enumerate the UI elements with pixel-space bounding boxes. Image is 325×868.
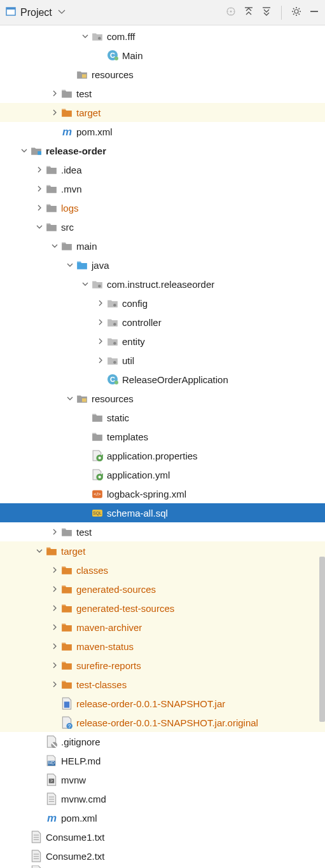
svg-point-40: [99, 476, 101, 478]
scrollbar-thumb[interactable]: [319, 557, 325, 722]
svg-text:</>: </>: [93, 491, 101, 497]
tree-item[interactable]: resources: [0, 65, 325, 84]
scrollbar[interactable]: [319, 557, 325, 760]
project-view-icon[interactable]: [5, 6, 17, 19]
tree-item[interactable]: java: [0, 255, 325, 275]
chevron-right-icon[interactable]: [50, 679, 60, 689]
tree-item[interactable]: release-order: [0, 141, 325, 160]
tree-item-label: classes: [76, 565, 108, 576]
folder-orange-icon: [61, 583, 73, 595]
chevron-down-icon[interactable]: [65, 393, 75, 403]
tree-item[interactable]: maven-archiver: [0, 618, 325, 637]
pkg-icon: [107, 297, 118, 309]
tree-item[interactable]: main: [0, 236, 325, 255]
tree-item-label: application.yml: [107, 470, 170, 480]
chevron-right-icon[interactable]: [50, 584, 60, 594]
tree-item[interactable]: test: [0, 84, 325, 103]
tree-item[interactable]: CMain: [0, 46, 325, 65]
chevron-right-icon[interactable]: [50, 641, 60, 651]
tree-item[interactable]: CReleaseOrderApplication: [0, 370, 325, 389]
folder-gray-icon: [46, 183, 57, 194]
tree-item[interactable]: entity: [0, 332, 325, 351]
chevron-right-icon[interactable]: [50, 527, 60, 537]
chevron-right-icon[interactable]: [34, 165, 45, 175]
tree-item[interactable]: .idea: [0, 160, 325, 179]
tree-item-label: Consume2.txt: [46, 851, 105, 862]
chevron-down-icon[interactable]: [80, 31, 90, 41]
chevron-down-icon[interactable]: [34, 222, 45, 232]
tree-item-label: pom.xml: [61, 813, 97, 824]
tree-item[interactable]: generated-sources: [0, 580, 325, 599]
tree-item[interactable]: .mvn: [0, 179, 325, 198]
tree-item[interactable]: com.instruct.releaseorder: [0, 275, 325, 294]
tree-item[interactable]: application.yml: [0, 465, 325, 484]
tree-item[interactable]: controller: [0, 313, 325, 332]
chevron-down-icon[interactable]: [50, 241, 60, 251]
tree-item[interactable]: Consume1.txt: [0, 827, 325, 846]
tree-item[interactable]: target: [0, 541, 325, 560]
class-icon: C: [107, 374, 118, 385]
tree-item[interactable]: mpom.xml: [0, 122, 325, 141]
chevron-right-icon[interactable]: [50, 565, 60, 575]
svg-point-10: [294, 10, 298, 13]
chevron-right-icon[interactable]: [95, 355, 106, 365]
chevron-right-icon[interactable]: [50, 660, 60, 670]
collapse-all-icon[interactable]: [261, 6, 272, 19]
chevron-right-icon[interactable]: [95, 298, 106, 308]
svg-point-27: [98, 285, 101, 288]
chevron-right-icon[interactable]: [50, 603, 60, 613]
tree-item[interactable]: generated-test-sources: [0, 599, 325, 618]
chevron-right-icon[interactable]: [50, 622, 60, 632]
tree-item[interactable]: resources: [0, 389, 325, 408]
tree-item[interactable]: test-classes: [0, 675, 325, 694]
tree-item[interactable]: maven-status: [0, 637, 325, 656]
svg-line-17: [293, 14, 294, 15]
expand-all-icon[interactable]: [243, 6, 254, 19]
project-tree[interactable]: com.fffCMainresourcestesttargetmpom.xmlr…: [0, 25, 325, 868]
tree-item[interactable]: surefire-reports: [0, 656, 325, 675]
tree-item[interactable]: release-order-0.0.1-SNAPSHOT.jar: [0, 694, 325, 713]
tree-item[interactable]: mpom.xml: [0, 808, 325, 827]
tree-item[interactable]: SQLschema-all.sql: [0, 503, 325, 522]
svg-point-37: [99, 457, 101, 459]
tree-item[interactable]: mvnw.cmd: [0, 789, 325, 808]
chevron-down-icon[interactable]: [80, 279, 90, 289]
tree-item[interactable]: util: [0, 351, 325, 370]
chevron-right-icon[interactable]: [50, 107, 60, 118]
gear-icon[interactable]: [291, 6, 302, 19]
chevron-right-icon[interactable]: [34, 184, 45, 194]
tree-item-label: mvnw.cmd: [61, 794, 106, 804]
tree-item[interactable]: classes: [0, 560, 325, 580]
svg-text:?: ?: [68, 723, 71, 729]
tree-item[interactable]: config: [0, 294, 325, 313]
tree-item[interactable]: com.fff: [0, 27, 325, 46]
hide-icon[interactable]: [308, 6, 320, 19]
select-opened-file-icon[interactable]: [225, 6, 237, 19]
tree-item[interactable]: </>logback-spring.xml: [0, 484, 325, 503]
tree-item[interactable]: Consume2.txt: [0, 846, 325, 865]
tree-item[interactable]: ?release-order-0.0.1-SNAPSHOT.jar.origin…: [0, 713, 325, 732]
tree-item[interactable]: MDHELP.md: [0, 751, 325, 770]
tree-item[interactable]: src: [0, 217, 325, 236]
tree-item[interactable]: target: [0, 103, 325, 122]
tree-item[interactable]: logs: [0, 198, 325, 217]
tree-item-label: entity: [122, 336, 145, 347]
chevron-right-icon[interactable]: [50, 88, 60, 98]
tree-item[interactable]: static: [0, 408, 325, 427]
tree-item[interactable]: .gitignore: [0, 732, 325, 751]
folder-orange-icon: [61, 564, 73, 576]
chevron-down-icon[interactable]: [19, 146, 29, 156]
pkg-icon: [92, 278, 103, 290]
tree-item[interactable]: application.properties: [0, 446, 325, 465]
tree-item-label: Main: [122, 50, 143, 61]
chevron-down-icon[interactable]: [34, 546, 45, 556]
chevron-right-icon[interactable]: [95, 336, 106, 346]
tree-item[interactable]: >mvnw: [0, 770, 325, 789]
dropdown-icon[interactable]: [56, 6, 67, 19]
tree-item[interactable]: Consume3.txt: [0, 865, 325, 868]
chevron-right-icon[interactable]: [34, 203, 45, 213]
tree-item[interactable]: templates: [0, 427, 325, 446]
chevron-right-icon[interactable]: [95, 317, 106, 327]
tree-item[interactable]: test: [0, 522, 325, 541]
chevron-down-icon[interactable]: [65, 260, 75, 270]
